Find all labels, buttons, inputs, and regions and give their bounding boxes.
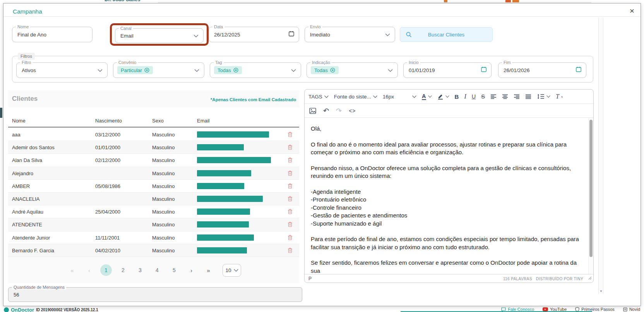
- tags-dropdown[interactable]: TAGS: [308, 94, 329, 100]
- trash-icon: [288, 132, 293, 137]
- send-type-select[interactable]: Envio Imediato: [305, 27, 395, 42]
- delete-client-button[interactable]: [288, 209, 293, 214]
- calendar-icon[interactable]: [575, 66, 582, 74]
- pagination-page-1[interactable]: 1: [100, 264, 112, 276]
- pagination-page-5[interactable]: 5: [168, 264, 180, 276]
- chip-remove-icon[interactable]: [330, 68, 335, 73]
- pagination-page-2[interactable]: 2: [117, 264, 129, 276]
- italic-button[interactable]: I: [464, 93, 466, 100]
- strikethrough-button[interactable]: S: [481, 93, 485, 100]
- redo-button[interactable]: ↷: [336, 107, 342, 114]
- tag-select[interactable]: Tag Todas: [210, 62, 301, 78]
- editor-body[interactable]: Olá,O final do ano é o momento ideal par…: [305, 118, 593, 278]
- ondoctor-logo-icon: [4, 307, 9, 312]
- referral-select[interactable]: Indicação Todas: [307, 62, 398, 78]
- clear-formatting-button[interactable]: Tx: [556, 93, 563, 100]
- insert-image-button[interactable]: [309, 108, 316, 114]
- font-size-dropdown[interactable]: 16px: [383, 94, 416, 100]
- clients-table-header: Nome Nascimento Sexo Email: [8, 107, 299, 128]
- editor-scrollbar-thumb[interactable]: [589, 120, 593, 257]
- table-row[interactable]: AlejandroMasculino: [8, 167, 299, 180]
- pagination-page-4[interactable]: 4: [151, 264, 163, 276]
- insurance-select[interactable]: Convênio Particular: [113, 62, 204, 78]
- clients-title: Clientes: [12, 95, 38, 103]
- modal-scrollbar[interactable]: ▼: [598, 17, 603, 294]
- start-date-field[interactable]: Inicio 01/01/2019: [403, 62, 492, 78]
- chip-remove-icon[interactable]: [144, 68, 149, 73]
- column-header-nascimento: Nascimento: [95, 118, 122, 124]
- start-date-value: 01/01/2019: [409, 67, 435, 73]
- editor-paragraph: O final do ano é o momento ideal para av…: [311, 141, 580, 157]
- client-birthdate: 11/11/2001: [95, 234, 120, 240]
- pagination-first[interactable]: «: [66, 264, 78, 276]
- delete-client-button[interactable]: [288, 132, 293, 137]
- table-row[interactable]: Ademir dos Santos01/01/2000Masculino: [8, 141, 299, 154]
- end-date-field[interactable]: Fim 26/01/2026: [498, 62, 586, 78]
- table-row[interactable]: André Aquilau25/04/2000Masculino: [8, 205, 299, 218]
- resize-handle-icon[interactable]: [588, 274, 592, 281]
- campaign-name-field[interactable]: Nome Final de Ano: [12, 27, 92, 42]
- delete-client-button[interactable]: [288, 222, 293, 227]
- editor-paragraph: Olá,: [311, 125, 580, 133]
- table-row[interactable]: Atendente Junior11/11/2001Masculino: [8, 231, 299, 244]
- undo-button[interactable]: ↶: [323, 107, 329, 114]
- delete-client-button[interactable]: [288, 171, 293, 176]
- calendar-icon[interactable]: [481, 66, 487, 74]
- chevron-down-icon: [445, 95, 449, 98]
- end-date-label: Fim: [502, 60, 512, 65]
- align-left-button[interactable]: [490, 94, 497, 99]
- word-count: 116 PALAVRAS: [503, 277, 532, 281]
- channel-value: Email: [120, 33, 134, 39]
- close-icon[interactable]: ×: [630, 6, 634, 16]
- start-date-label: Inicio: [407, 60, 420, 65]
- table-row[interactable]: ANACLELIAMasculino: [8, 193, 299, 205]
- search-clients-button[interactable]: Buscar Clientes: [400, 27, 493, 42]
- client-name: André Aquilau: [12, 209, 43, 215]
- delete-client-button[interactable]: [288, 145, 293, 150]
- editor-scrollbar[interactable]: [588, 118, 593, 278]
- clients-note: *Apenas Clientes com Email Cadastrado: [211, 97, 296, 102]
- align-center-button[interactable]: [502, 94, 508, 99]
- client-birthdate: 03/12/2000: [95, 132, 120, 138]
- pagination-page-3[interactable]: 3: [134, 264, 146, 276]
- delete-client-button[interactable]: [288, 235, 293, 240]
- pagination-last[interactable]: »: [202, 264, 214, 276]
- clients-table-body: aaa03/12/2000MasculinoAdemir dos Santos0…: [8, 128, 299, 257]
- delete-client-button[interactable]: [288, 157, 293, 163]
- trash-icon: [288, 145, 293, 150]
- source-code-button[interactable]: <>: [349, 108, 356, 114]
- text-color-button[interactable]: A: [422, 93, 432, 100]
- bold-button[interactable]: B: [455, 93, 459, 100]
- client-birthdate: 25/04/2000: [95, 209, 120, 215]
- underline-button[interactable]: U: [472, 93, 476, 100]
- chat-icon: [501, 307, 506, 312]
- delete-client-button[interactable]: [288, 196, 293, 202]
- table-row[interactable]: Alan Da Silva02/12/2000Masculino: [8, 154, 299, 167]
- filter-label: Filtro: [20, 60, 33, 65]
- font-family-dropdown[interactable]: Fonte do siste...: [334, 94, 377, 100]
- delete-client-button[interactable]: [288, 183, 293, 189]
- calendar-icon[interactable]: [288, 31, 295, 38]
- table-row[interactable]: Bernardo F. Garcia04/02/2010Masculino: [8, 244, 299, 257]
- table-row[interactable]: AMBER05/08/1986Masculino: [8, 180, 299, 193]
- pagination-next[interactable]: ›: [185, 264, 197, 276]
- client-birthdate: 05/08/1986: [95, 183, 120, 189]
- date-field[interactable]: Data 26/12/2025: [209, 27, 299, 42]
- highlight-color-button[interactable]: [437, 93, 449, 100]
- message-quantity-label: Quantidade de Mensagens: [12, 285, 66, 290]
- chip-remove-icon[interactable]: [233, 68, 238, 73]
- campaign-name-value: Final de Ano: [17, 32, 46, 38]
- chevron-down-icon: [98, 67, 103, 74]
- table-row[interactable]: ATENDENTEMasculino: [8, 218, 299, 231]
- align-justify-button[interactable]: [525, 94, 531, 99]
- table-row[interactable]: aaa03/12/2000Masculino: [8, 128, 299, 141]
- channel-select[interactable]: Canal Email: [115, 28, 204, 43]
- page-size-select[interactable]: 10: [223, 264, 241, 277]
- filter-select[interactable]: Filtro Ativos: [16, 62, 108, 78]
- line-height-button[interactable]: [537, 94, 550, 99]
- pagination-prev[interactable]: ‹: [83, 264, 95, 276]
- delete-client-button[interactable]: [288, 248, 293, 253]
- align-right-button[interactable]: [514, 94, 520, 99]
- client-name: aaa: [12, 132, 21, 138]
- highlighter-icon: [437, 93, 444, 100]
